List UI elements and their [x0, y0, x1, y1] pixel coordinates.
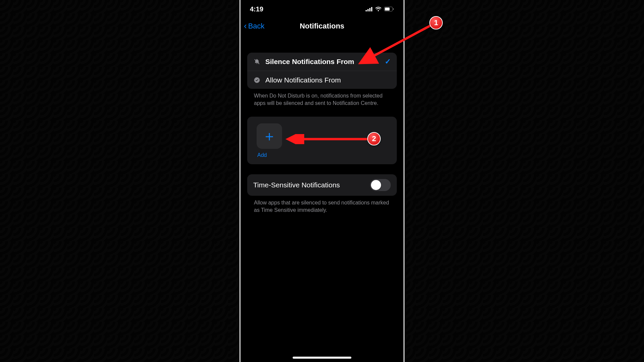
back-label: Back [248, 22, 265, 31]
svg-rect-5 [385, 7, 390, 10]
allow-label: Allow Notifications From [265, 76, 391, 84]
allow-notifications-option[interactable]: Allow Notifications From [247, 71, 397, 89]
notification-mode-group: Silence Notifications From ✓ Allow Notif… [247, 53, 397, 89]
svg-rect-2 [369, 8, 371, 11]
checkmark-icon: ✓ [385, 57, 391, 66]
bell-slash-icon [253, 58, 261, 65]
back-button[interactable]: ‹ Back [244, 22, 265, 31]
silence-notifications-option[interactable]: Silence Notifications From ✓ [247, 53, 397, 71]
phone-frame: 4:19 ‹ Back Notifications Silenc [239, 0, 405, 362]
add-label: Add [257, 152, 387, 158]
time-sensitive-footer: Allow apps that are silenced to send not… [247, 196, 397, 214]
home-indicator[interactable] [293, 357, 352, 359]
status-bar: 4:19 [240, 0, 404, 18]
silence-label: Silence Notifications From [265, 58, 380, 66]
mode-footer-text: When Do Not Disturb is on, notifications… [247, 89, 397, 107]
svg-rect-1 [368, 9, 369, 11]
time-sensitive-toggle[interactable] [370, 179, 391, 191]
navigation-bar: ‹ Back Notifications [240, 18, 404, 34]
time-sensitive-label: Time-Sensitive Notifications [253, 181, 370, 189]
status-indicators [366, 5, 394, 13]
time-sensitive-group: Time-Sensitive Notifications [247, 174, 397, 196]
cellular-icon [366, 5, 373, 13]
svg-rect-6 [393, 8, 394, 10]
svg-rect-0 [366, 10, 367, 11]
battery-icon [384, 5, 394, 13]
add-app-button[interactable]: ＋ [257, 123, 282, 149]
apps-group: ＋ Add [247, 117, 397, 164]
wifi-icon [375, 5, 382, 13]
checkmark-seal-icon [253, 76, 261, 84]
status-time: 4:19 [250, 5, 263, 13]
chevron-left-icon: ‹ [244, 21, 247, 30]
plus-icon: ＋ [262, 129, 276, 143]
page-title: Notifications [300, 22, 344, 31]
svg-rect-3 [371, 7, 373, 11]
toggle-knob [371, 180, 381, 190]
